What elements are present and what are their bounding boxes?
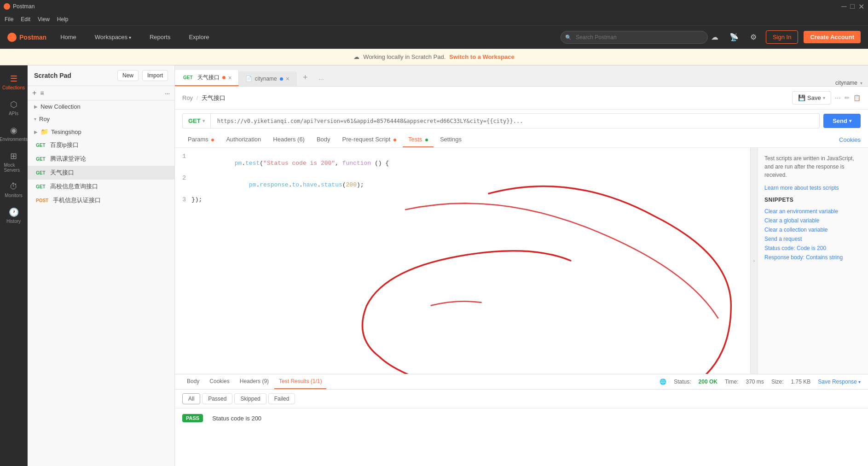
response-tabs-bar: Body Cookies Headers (9) Test Results (1… [175, 374, 868, 390]
request-baidu-ip[interactable]: GET 百度ip接口 [28, 138, 174, 152]
nav-explore[interactable]: Explore [184, 31, 214, 43]
settings-icon[interactable]: ⚙ [746, 30, 760, 44]
sidebar-item-environments[interactable]: ◉ Environments [2, 122, 25, 146]
more-options-icon[interactable]: ··· [835, 94, 841, 102]
send-button[interactable]: Send ▾ [823, 114, 861, 128]
filter-all[interactable]: All [182, 393, 200, 404]
filter-failed[interactable]: Failed [268, 393, 295, 404]
learn-more-link[interactable]: Learn more about tests scripts [764, 185, 862, 191]
prerequest-label: Pre-request Script [342, 136, 391, 143]
create-account-button[interactable]: Create Account [804, 31, 861, 43]
edit-icon[interactable]: ✏ [845, 94, 850, 101]
new-button[interactable]: New [117, 70, 139, 81]
post-badge: POST [34, 198, 50, 204]
tab-more-button[interactable]: ··· [314, 72, 328, 86]
new-collection-item[interactable]: ▶ New Collection [28, 100, 174, 113]
request-tencent-class[interactable]: GET 腾讯课堂评论 [28, 152, 174, 166]
snippet-clear-global[interactable]: Clear a global variable [764, 216, 862, 225]
line-num-3: 3 [175, 196, 191, 203]
method-select[interactable]: GET ▾ [182, 113, 211, 128]
request-university-api[interactable]: GET 高校信息查询接口 [28, 180, 174, 193]
response-area: Body Cookies Headers (9) Test Results (1… [175, 374, 868, 466]
request-phone-auth[interactable]: POST 手机信息认证接口 [28, 193, 174, 207]
tab-dropdown-label: cityname [835, 80, 857, 86]
minimize-button[interactable]: ─ [841, 2, 846, 11]
snippet-clear-collection[interactable]: Clear a collection variable [764, 225, 862, 234]
tests-label: Tests [408, 136, 422, 143]
menu-help[interactable]: Help [57, 16, 69, 23]
request-weather-api[interactable]: GET 天气接口 [28, 166, 174, 180]
menu-file[interactable]: File [5, 16, 13, 23]
req-tab-authorization[interactable]: Authorization [220, 132, 266, 147]
snippet-status-200[interactable]: Status code: Code is 200 [764, 244, 862, 253]
close-button[interactable]: ✕ [858, 2, 864, 11]
req-tab-params[interactable]: Params [182, 132, 220, 147]
res-tab-headers[interactable]: Headers (9) [235, 374, 273, 389]
code-editor[interactable]: 1 pm.test("Status code is 200", function… [175, 148, 750, 374]
signin-button[interactable]: Sign In [766, 30, 798, 44]
snippets-description: Test scripts are written in JavaScript, … [764, 154, 862, 179]
snippet-clear-env[interactable]: Clear an environment variable [764, 207, 862, 216]
add-icon[interactable]: + [32, 89, 36, 97]
menu-view[interactable]: View [38, 16, 50, 23]
titlebar: Postman ─ □ ✕ [0, 0, 868, 13]
res-tab-cookies[interactable]: Cookies [205, 374, 234, 389]
req-tab-headers[interactable]: Headers (6) [267, 132, 310, 147]
nav-reports[interactable]: Reports [145, 31, 175, 43]
sidebar-item-history[interactable]: 🕐 History [2, 204, 25, 227]
scratch-pad-banner: ☁ Working locally in Scratch Pad. Switch… [0, 49, 868, 65]
req-tab-body[interactable]: Body [311, 132, 336, 147]
tab-cityname-close[interactable]: × [286, 75, 289, 82]
save-response-button[interactable]: Save Response ▾ [818, 379, 861, 385]
sidebar-item-apis[interactable]: ⬡ APIs [2, 96, 25, 120]
req-tab-prerequest[interactable]: Pre-request Script [337, 132, 402, 147]
cookies-link[interactable]: Cookies [839, 136, 861, 143]
filter-passed[interactable]: Passed [202, 393, 232, 404]
req-tab-settings[interactable]: Settings [434, 132, 467, 147]
tabs-bar: GET 天气接口 × 📄 cityname × + ··· cityname ▾ [175, 65, 868, 87]
cloud-icon[interactable]: ☁ [708, 30, 722, 44]
nav-workspaces[interactable]: Workspaces [90, 31, 136, 43]
postman-logo [4, 3, 10, 10]
satellite-icon[interactable]: 📡 [727, 30, 741, 44]
tab-close-button[interactable]: × [228, 74, 232, 82]
res-tab-body[interactable]: Body [182, 374, 204, 389]
req-tab-tests[interactable]: Tests [403, 132, 434, 147]
add-tab-button[interactable]: + [296, 69, 314, 86]
docs-icon[interactable]: 📋 [853, 94, 861, 101]
switch-workspace-link[interactable]: Switch to a Workspace [449, 53, 514, 60]
body-label: Body [317, 136, 330, 143]
sidebar-item-collections[interactable]: ☰ Collections [2, 70, 25, 94]
folder-tesingshop[interactable]: ▶ 📁 Tesingshop [28, 125, 174, 138]
test-result-name: Status code is 200 [212, 415, 261, 422]
folder-tesingshop-label: Tesingshop [51, 128, 81, 135]
sidebar-item-monitors[interactable]: ⏱ Monitors [2, 178, 25, 202]
tests-dot [425, 139, 428, 141]
code-line-1: 1 pm.test("Status code is 200", function… [175, 152, 750, 174]
nav-home[interactable]: Home [56, 31, 81, 43]
filter-icon[interactable]: ≡ [40, 89, 44, 97]
maximize-button[interactable]: □ [850, 2, 855, 11]
tab-weather-api[interactable]: GET 天气接口 × [175, 70, 239, 86]
more-icon[interactable]: ··· [165, 90, 170, 97]
get-badge-3: GET [34, 170, 47, 176]
history-icon: 🕐 [9, 207, 19, 217]
snippets-toggle[interactable]: › [750, 148, 758, 374]
monitors-icon: ⏱ [10, 182, 18, 192]
filter-skipped[interactable]: Skipped [234, 393, 266, 404]
import-button[interactable]: Import [142, 70, 168, 81]
url-input[interactable] [211, 113, 820, 128]
menu-edit[interactable]: Edit [21, 16, 30, 23]
request-tabs: Params Authorization Headers (6) Body Pr… [175, 132, 868, 148]
snippet-send-request[interactable]: Send a request [764, 234, 862, 244]
snippet-response-body[interactable]: Response body: Contains string [764, 253, 862, 262]
dropdown-chevron-icon[interactable]: ▾ [860, 81, 862, 86]
auth-label: Authorization [226, 136, 261, 143]
tab-cityname[interactable]: 📄 cityname × [239, 71, 296, 86]
environments-label: Environments [0, 137, 28, 142]
res-tab-test-results[interactable]: Test Results (1/1) [274, 374, 326, 389]
sidebar-item-mock-servers[interactable]: ⊞ Mock Servers [2, 147, 25, 176]
save-button[interactable]: 💾 Send Save ▾ [792, 91, 831, 105]
collection-roy[interactable]: ▾ Roy [28, 113, 174, 125]
search-input[interactable] [561, 31, 708, 44]
